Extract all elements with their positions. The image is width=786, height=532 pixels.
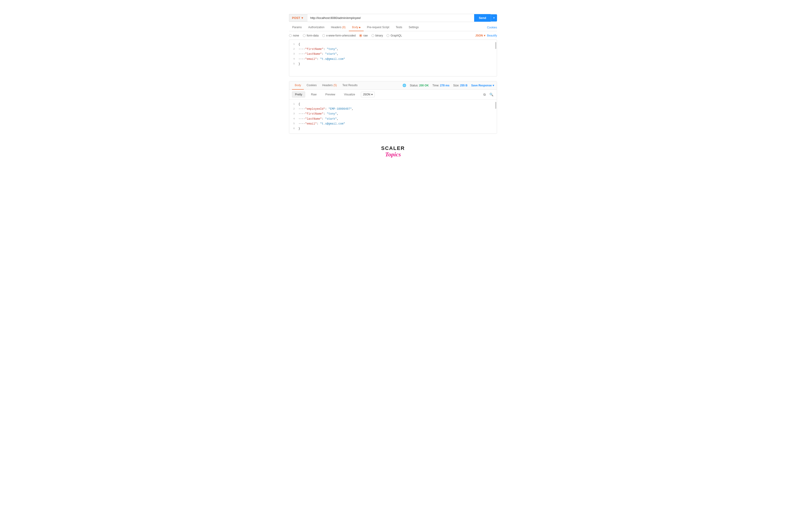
resp-line-6: 6 }: [289, 126, 497, 131]
json-select[interactable]: JSON ▾: [475, 34, 485, 37]
response-right-icons: ⧉ 🔍: [483, 92, 494, 97]
tab-pre-request[interactable]: Pre-request Script: [364, 24, 393, 31]
scaler-logo: SCALER Topics: [381, 145, 405, 158]
resp-line-5: 5 ····"email": "t.s@gmail.com": [289, 121, 497, 126]
copy-button[interactable]: ⧉: [483, 92, 486, 97]
send-dropdown-button[interactable]: ▾: [491, 14, 497, 22]
resp-tab-body[interactable]: Body: [292, 81, 304, 90]
req-line-2: 2 ····"firstName": "tony",: [289, 47, 497, 52]
resp-tab-headers[interactable]: Headers (5): [320, 81, 340, 90]
radio-graphql: [387, 34, 389, 37]
resp-line-2: 2 ····"employeeId": "EMP-10000497",: [289, 107, 497, 112]
response-section: Body Cookies Headers (5) Test Results 🌐 …: [289, 81, 497, 134]
option-raw[interactable]: raw: [359, 34, 368, 37]
tab-tests[interactable]: Tests: [393, 24, 406, 31]
size-label: Size: 255 B: [453, 84, 467, 87]
scaler-text: SCALER: [381, 145, 405, 151]
radio-form-data: [303, 34, 306, 37]
tab-settings[interactable]: Settings: [406, 24, 422, 31]
globe-icon: 🌐: [402, 83, 406, 87]
request-body-editor[interactable]: 1 { 2 ····"firstName": "tony", 3 ····"la…: [289, 40, 497, 76]
response-editor-scrollbar[interactable]: [495, 102, 496, 109]
req-line-3: 3 ····"lastName": "stark",: [289, 52, 497, 56]
radio-binary: [371, 34, 374, 37]
resp-tab-cookies[interactable]: Cookies: [304, 81, 319, 90]
option-form-data[interactable]: form-data: [303, 34, 319, 37]
json-chevron-icon: ▾: [484, 34, 485, 37]
save-response-button[interactable]: Save Response ▾: [471, 84, 494, 87]
option-none[interactable]: none: [289, 34, 299, 37]
cookies-link[interactable]: Cookies: [487, 24, 497, 31]
tab-authorization[interactable]: Authorization: [305, 24, 328, 31]
req-line-5: 5 }: [289, 62, 497, 67]
url-input[interactable]: [307, 14, 474, 22]
time-label: Time: 278 ms: [433, 84, 449, 87]
send-button-group: Send ▾: [474, 14, 497, 22]
body-dot: [359, 27, 361, 28]
resp-line-3: 3 ····"firstName": "tony",: [289, 112, 497, 116]
tab-body[interactable]: Body: [349, 24, 364, 31]
tab-params[interactable]: Params: [289, 24, 305, 31]
send-main-button[interactable]: Send: [474, 14, 491, 22]
time-value: 278 ms: [440, 84, 449, 87]
response-json-select[interactable]: JSON ▾: [361, 92, 375, 97]
postman-container: POST ▾ Send ▾ Params Authorization Heade…: [289, 14, 497, 134]
format-raw[interactable]: Raw: [308, 92, 320, 97]
option-binary[interactable]: binary: [371, 34, 383, 37]
req-line-1: 1 {: [289, 42, 497, 47]
option-graphql[interactable]: GraphQL: [387, 34, 402, 37]
search-button[interactable]: 🔍: [489, 92, 494, 97]
size-value: 255 B: [460, 84, 467, 87]
radio-none: [289, 34, 292, 37]
status-value: 200 OK: [419, 84, 429, 87]
method-label: POST: [292, 16, 300, 20]
topics-text: Topics: [381, 151, 405, 158]
method-select[interactable]: POST ▾: [289, 14, 307, 22]
request-tabs: Params Authorization Headers (8) Body Pr…: [289, 24, 497, 31]
format-preview[interactable]: Preview: [322, 92, 338, 97]
beautify-button[interactable]: Beautify: [487, 34, 497, 37]
radio-raw: [359, 34, 362, 37]
radio-urlencoded: [322, 34, 325, 37]
resp-line-1: 1 {: [289, 102, 497, 107]
tab-headers[interactable]: Headers (8): [328, 24, 349, 31]
response-tabs-bar: Body Cookies Headers (5) Test Results 🌐 …: [289, 81, 497, 90]
url-bar: POST ▾ Send ▾: [289, 14, 497, 22]
format-pretty[interactable]: Pretty: [292, 92, 305, 97]
resp-tab-test-results[interactable]: Test Results: [340, 81, 360, 90]
save-response-chevron-icon: ▾: [493, 84, 494, 87]
format-visualize[interactable]: Visualize: [341, 92, 358, 97]
status-bar: 🌐 Status: 200 OK Time: 278 ms Size: 255 …: [402, 83, 494, 87]
resp-line-4: 4 ····"lastName": "stark",: [289, 117, 497, 121]
body-type-right: JSON ▾ Beautify: [475, 34, 497, 37]
response-body-options: Pretty Raw Preview Visualize JSON ▾ ⧉ 🔍: [289, 90, 497, 100]
req-line-4: 4 ····"email": "t.s@gmail.com": [289, 57, 497, 62]
status-label: Status: 200 OK: [410, 84, 429, 87]
response-body-editor: 1 { 2 ····"employeeId": "EMP-10000497", …: [289, 100, 497, 134]
request-editor-scrollbar[interactable]: [495, 42, 496, 49]
method-chevron-icon: ▾: [301, 16, 303, 20]
option-urlencoded[interactable]: x-www-form-urlencoded: [322, 34, 355, 37]
body-options: none form-data x-www-form-urlencoded raw…: [289, 34, 497, 37]
resp-json-chevron-icon: ▾: [371, 93, 373, 96]
